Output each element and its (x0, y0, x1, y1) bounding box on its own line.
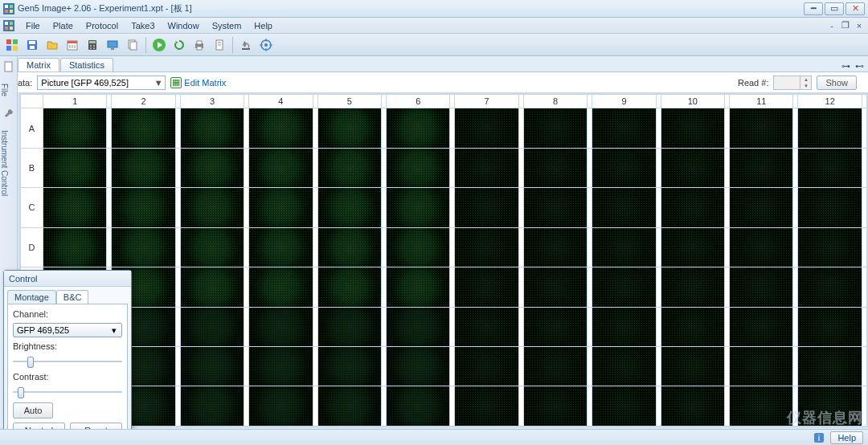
info-icon[interactable]: i (813, 431, 825, 444)
close-button[interactable]: ✕ (845, 2, 865, 15)
menu-take3[interactable]: Take3 (125, 19, 161, 32)
well-cell[interactable] (43, 227, 107, 267)
stepper-down[interactable]: ▼ (800, 83, 811, 89)
well-cell[interactable] (387, 148, 450, 187)
well-cell[interactable] (387, 386, 450, 427)
well-cell[interactable] (455, 267, 518, 307)
well-cell[interactable] (180, 386, 244, 427)
well-cell[interactable] (455, 188, 518, 227)
toolbar-target-button[interactable] (257, 36, 275, 54)
brightness-slider[interactable] (13, 355, 122, 368)
well-cell[interactable] (592, 307, 656, 346)
well-cell[interactable] (730, 267, 793, 307)
edit-matrix-button[interactable]: ▦ Edit Matrix (170, 77, 226, 88)
well-cell[interactable] (798, 347, 862, 386)
well-cell[interactable] (455, 347, 518, 386)
well-cell[interactable] (112, 227, 175, 267)
menu-help[interactable]: Help (248, 19, 279, 32)
data-combo[interactable]: Picture [GFP 469,525] ▼ (37, 76, 166, 90)
menu-plate[interactable]: Plate (47, 19, 80, 32)
well-cell[interactable] (523, 148, 587, 187)
tab-matrix[interactable]: Matrix (18, 58, 59, 71)
well-cell[interactable] (317, 227, 381, 267)
well-cell[interactable] (661, 267, 724, 307)
well-cell[interactable] (455, 108, 518, 148)
well-cell[interactable] (592, 347, 656, 386)
well-cell[interactable] (455, 148, 518, 187)
toolbar-play-button[interactable] (150, 36, 168, 54)
well-cell[interactable] (43, 108, 107, 148)
toolbar-print-button[interactable] (190, 36, 208, 54)
minimize-button[interactable]: ━ (804, 2, 823, 15)
menu-file[interactable]: File (19, 19, 47, 32)
well-cell[interactable] (387, 108, 450, 148)
well-cell[interactable] (455, 307, 518, 346)
well-cell[interactable] (249, 108, 313, 148)
well-cell[interactable] (387, 267, 450, 307)
doc-minimize-button[interactable]: - (826, 20, 837, 31)
well-cell[interactable] (592, 386, 656, 427)
well-cell[interactable] (180, 108, 244, 148)
well-cell[interactable] (523, 307, 587, 346)
well-cell[interactable] (730, 108, 793, 148)
well-cell[interactable] (592, 108, 656, 148)
well-cell[interactable] (592, 148, 656, 187)
toolbar-calendar-button[interactable] (63, 36, 81, 54)
well-cell[interactable] (249, 347, 313, 386)
doc-restore-button[interactable]: ❐ (840, 20, 851, 31)
well-cell[interactable] (798, 148, 862, 187)
toolbar-doc-button[interactable] (211, 36, 228, 54)
well-cell[interactable] (317, 347, 381, 386)
well-cell[interactable] (661, 347, 724, 386)
well-cell[interactable] (112, 188, 175, 227)
toolbar-screen-button[interactable] (104, 36, 121, 54)
well-cell[interactable] (798, 227, 862, 267)
well-cell[interactable] (798, 267, 862, 307)
well-cell[interactable] (730, 347, 793, 386)
show-button[interactable]: Show (817, 76, 857, 90)
well-cell[interactable] (387, 307, 450, 346)
stepper-up[interactable]: ▲ (800, 76, 811, 83)
channel-combo[interactable]: GFP 469,525 ▾ (13, 323, 122, 337)
tab-bc[interactable]: B&C (56, 290, 89, 304)
well-cell[interactable] (249, 386, 313, 427)
well-cell[interactable] (523, 386, 587, 427)
well-cell[interactable] (730, 148, 793, 187)
well-cell[interactable] (798, 386, 862, 427)
well-cell[interactable] (592, 267, 656, 307)
well-cell[interactable] (730, 188, 793, 227)
well-cell[interactable] (180, 347, 244, 386)
auto-button[interactable]: Auto (13, 402, 53, 418)
well-cell[interactable] (249, 227, 313, 267)
well-cell[interactable] (317, 108, 381, 148)
well-cell[interactable] (317, 148, 381, 187)
well-cell[interactable] (661, 188, 724, 227)
well-cell[interactable] (798, 307, 862, 346)
menu-system[interactable]: System (206, 19, 248, 32)
well-cell[interactable] (455, 386, 518, 427)
well-cell[interactable] (523, 188, 587, 227)
well-cell[interactable] (523, 267, 587, 307)
well-cell[interactable] (798, 108, 862, 148)
tab-statistics[interactable]: Statistics (60, 58, 113, 71)
tab-montage[interactable]: Montage (7, 290, 56, 304)
well-cell[interactable] (523, 347, 587, 386)
control-panel[interactable]: Control Montage B&C Channel: GFP 469,525… (3, 270, 132, 445)
well-cell[interactable] (180, 188, 244, 227)
well-cell[interactable] (661, 386, 724, 427)
well-cell[interactable] (249, 148, 313, 187)
menu-protocol[interactable]: Protocol (80, 19, 125, 32)
toolbar-copy-button[interactable] (124, 36, 141, 54)
well-cell[interactable] (317, 386, 381, 427)
menu-window[interactable]: Window (162, 19, 206, 32)
toolbar-refresh-button[interactable] (170, 36, 188, 54)
toolbar-palette-button[interactable] (3, 36, 21, 54)
toolbar-folder-button[interactable] (43, 36, 61, 54)
well-cell[interactable] (180, 148, 244, 187)
well-cell[interactable] (798, 188, 862, 227)
well-cell[interactable] (661, 108, 724, 148)
well-cell[interactable] (730, 386, 793, 427)
contrast-slider[interactable] (13, 386, 122, 398)
well-cell[interactable] (317, 267, 381, 307)
well-cell[interactable] (523, 227, 587, 267)
